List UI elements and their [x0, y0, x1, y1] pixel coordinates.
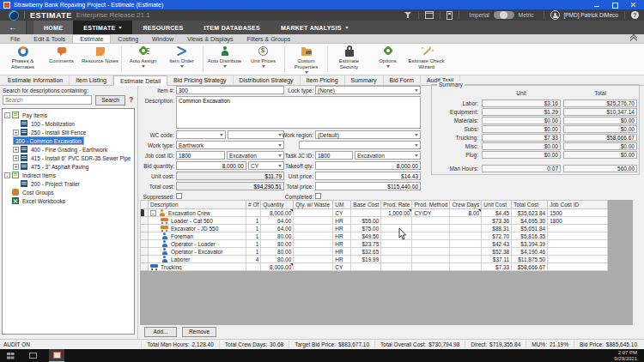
toolbar-button-options[interactable]: Options [368, 44, 407, 75]
subtab-estimate-information[interactable]: Estimate Information [2, 75, 70, 85]
tree-item-415-install-6-pvc-sdr-35-sewer-pipe[interactable]: +415 - Install 6" PVC SDR-35 Sewer Pipe [3, 154, 134, 162]
cell-description[interactable]: Operator - Excavator [149, 248, 246, 256]
cell-um[interactable]: HR [333, 232, 351, 240]
work-region-select[interactable]: (Default) [315, 130, 421, 139]
search-button[interactable]: Search [95, 95, 125, 106]
cell-base-cost[interactable]: $23.75 [351, 240, 381, 248]
subtab-estimate-detail[interactable]: Estimate Detail [113, 75, 167, 86]
cell-job-cost-id[interactable] [548, 225, 608, 232]
cell-crew-days[interactable] [450, 248, 482, 256]
cell-base-cost[interactable] [351, 263, 381, 271]
column-header-crew-days[interactable]: Crew Days [450, 201, 482, 209]
task-jc-id-field[interactable] [315, 151, 353, 160]
toolbar-button-unit-prices[interactable]: Unit Prices [244, 44, 283, 75]
ribbon-tab-filters-groups[interactable]: Filters & Groups [240, 34, 298, 43]
cell-num-of[interactable]: 1 [246, 240, 261, 248]
ribbon-tab-file[interactable]: File [3, 34, 27, 43]
cell-quantity[interactable]: 8,000.00 [261, 263, 294, 271]
work-type-select-2[interactable] [299, 141, 421, 149]
cell-total-cost[interactable]: $35,623.84 [512, 209, 548, 217]
cell-prod-rate[interactable] [381, 240, 412, 248]
cell-num-of[interactable]: 1 [246, 232, 261, 240]
cell-um[interactable]: HR [333, 248, 351, 256]
cell-crew-days[interactable] [450, 263, 482, 271]
start-button-icon[interactable] [7, 353, 14, 359]
description-field[interactable]: Common Excavation [176, 96, 421, 129]
cell-job-cost-id[interactable] [548, 240, 608, 248]
column-header-quantity[interactable]: Quantity [261, 201, 294, 209]
cell-num-of[interactable] [246, 209, 261, 217]
add-button[interactable]: Add... [144, 327, 177, 337]
row-indicator[interactable] [141, 240, 149, 248]
cell-base-cost[interactable]: $75.00 [351, 225, 381, 232]
tree-expander-icon[interactable]: + [13, 147, 19, 153]
cell-description[interactable]: -Excavation Crew [149, 209, 246, 217]
tree-item-475-3-asphalt-paving[interactable]: +475 - 3" Asphalt Paving [3, 162, 134, 171]
subtab-bid-pricing-strategy[interactable]: Bid Pricing Strategy [167, 75, 233, 85]
completed-checkbox[interactable] [315, 193, 321, 199]
collapse-ribbon-icon[interactable] [631, 37, 637, 41]
tree-item-200-project-trailer[interactable]: 200 - Project Trailer [3, 179, 134, 188]
cell-quantity[interactable]: 80.00 [261, 248, 294, 256]
tree-expander-icon[interactable]: - [4, 112, 10, 118]
row-indicator[interactable] [141, 263, 149, 271]
tree-item-pay-items[interactable]: -Pay Items [3, 111, 134, 119]
cell-qty-waste[interactable] [294, 248, 333, 256]
ribbon-tab-estimate[interactable]: Estimate [72, 34, 111, 43]
tree-expander-icon[interactable]: - [4, 172, 10, 178]
cell-prod-rate[interactable] [381, 256, 412, 263]
cell-base-cost[interactable] [351, 209, 381, 217]
remove-button[interactable]: Remove [182, 327, 216, 337]
search-help-icon[interactable]: ? [129, 95, 134, 105]
cell-total-cost[interactable]: $11,875.50 [512, 256, 548, 263]
row-indicator[interactable] [141, 225, 149, 232]
maximize-icon[interactable] [611, 2, 619, 9]
unit-toggle[interactable] [494, 11, 514, 19]
calendar-icon[interactable] [425, 11, 434, 19]
cell-description[interactable]: Foreman [149, 232, 246, 240]
column-header-job-cost-id[interactable]: Job Cost ID [548, 201, 608, 209]
toolbar-button-auto-assign[interactable]: Auto Assign [124, 44, 162, 75]
cell-job-cost-id[interactable] [548, 256, 608, 263]
cell-qty-waste[interactable] [294, 225, 333, 232]
cell-crew-days[interactable] [450, 217, 482, 225]
column-header-prod-rate[interactable]: Prod. Rate [381, 201, 412, 209]
tree-expander-icon[interactable]: + [13, 155, 19, 161]
cell-num-of[interactable]: 1 [246, 225, 261, 232]
tree-expander-icon[interactable]: + [13, 130, 19, 136]
cell-unit-cost[interactable]: $42.43 [482, 240, 512, 248]
cell-prod-rate[interactable] [381, 263, 412, 271]
cell-quantity[interactable]: 64.00 [261, 225, 294, 232]
cell-crew-days[interactable]: 8.00 [450, 209, 482, 217]
task-view-icon[interactable] [29, 353, 37, 359]
cell-prod-method[interactable] [412, 248, 450, 256]
subtab-item-pricing[interactable]: Item Pricing [301, 75, 345, 85]
nav-item-market-analysis[interactable]: MARKET ANALYSIS [270, 21, 359, 34]
tree-item-300-common-excavation[interactable]: +300 - Common Excavation [3, 136, 134, 145]
nav-item-item-databases[interactable]: ITEM DATABASES [194, 21, 270, 34]
column-header-description[interactable]: Description [149, 201, 246, 209]
cell-um[interactable]: HR [333, 225, 351, 232]
cell-um[interactable]: HR [333, 240, 351, 248]
cell-unit-cost[interactable]: $4.45 [482, 209, 512, 217]
back-button[interactable]: ← [0, 21, 27, 34]
cell-job-cost-id[interactable] [548, 263, 608, 271]
tree-expander-icon[interactable]: + [13, 164, 19, 170]
cell-total-cost[interactable]: $3,394.39 [512, 240, 548, 248]
cell-prod-rate[interactable] [381, 217, 412, 225]
row-indicator[interactable] [141, 248, 149, 256]
cell-total-cost[interactable]: $58,666.67 [512, 263, 548, 271]
grid-expander-icon[interactable]: - [150, 210, 156, 216]
cell-job-cost-id[interactable]: 1500 [548, 209, 608, 217]
task-jc-desc-select[interactable]: Excavation [355, 151, 421, 160]
work-type-select[interactable]: Earthwork [176, 141, 284, 149]
job-cost-id-field[interactable] [176, 151, 225, 160]
cell-base-cost[interactable]: $19.99 [351, 256, 381, 263]
cell-crew-days[interactable] [450, 232, 482, 240]
toolbar-button-phases-alternates[interactable]: Phases & Alternates [3, 44, 42, 75]
nav-item-estimate[interactable]: ESTIMATE [73, 21, 132, 34]
cell-description[interactable]: Loader - Cat 560 [149, 217, 246, 225]
cell-total-cost[interactable]: $4,190.46 [512, 248, 548, 256]
cell-base-cost[interactable]: $55.00 [351, 217, 381, 225]
cell-prod-method[interactable] [412, 240, 450, 248]
